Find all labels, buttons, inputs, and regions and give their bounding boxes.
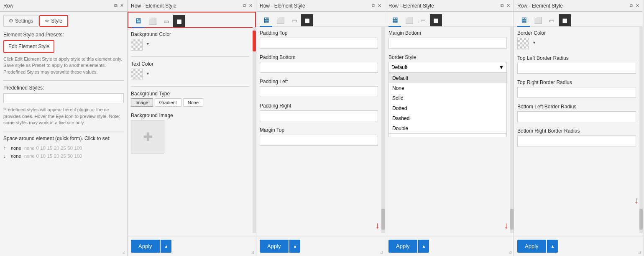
- panel4-apply-dropdown[interactable]: ▲: [418, 240, 429, 253]
- padding-top-input[interactable]: [260, 38, 378, 49]
- panel4-mobile-tab[interactable]: ◼: [430, 14, 442, 26]
- panel4-resize-icon[interactable]: ⧉: [501, 3, 504, 8]
- space-bottom-none[interactable]: none: [24, 154, 34, 159]
- space-bottom-50[interactable]: 50: [68, 154, 73, 159]
- text-color-swatch[interactable]: [131, 69, 143, 80]
- padding-right-input[interactable]: [260, 110, 378, 121]
- space-top-0[interactable]: 0: [36, 146, 38, 151]
- space-top-50[interactable]: 50: [68, 146, 73, 151]
- border-style-option-default[interactable]: Default: [389, 73, 506, 83]
- panel2-resize-icon[interactable]: ⧉: [243, 3, 246, 8]
- space-top-15[interactable]: 15: [47, 146, 52, 151]
- panel3-tablet-tab[interactable]: ▭: [289, 14, 299, 26]
- panel1-close-icon[interactable]: ✕: [120, 3, 124, 8]
- panel4-apply-btn[interactable]: Apply: [388, 240, 417, 253]
- space-bottom-15[interactable]: 15: [47, 154, 52, 159]
- resize-handle-1[interactable]: ⊿: [122, 250, 125, 254]
- panel5-tablet-lg-tab[interactable]: ⬜: [532, 14, 545, 26]
- panel5-scrollbar[interactable]: [639, 27, 643, 233]
- border-style-option-dashed[interactable]: Dashed: [389, 113, 506, 123]
- panel4-close-icon[interactable]: ✕: [506, 3, 510, 8]
- resize-handle-4[interactable]: ⊿: [509, 250, 512, 254]
- top-right-radius-input[interactable]: [517, 87, 636, 98]
- tablet-lg-tab[interactable]: ⬜: [146, 15, 159, 27]
- panel2-apply-btn[interactable]: Apply: [131, 240, 160, 253]
- panel3-apply-dropdown[interactable]: ▲: [289, 240, 301, 253]
- space-bottom-100[interactable]: 100: [74, 154, 82, 159]
- tablet-tab[interactable]: ▭: [161, 15, 171, 27]
- bg-type-gradient-btn[interactable]: Gradient: [155, 98, 181, 107]
- panel3-close-icon[interactable]: ✕: [378, 3, 381, 8]
- panel2-scrollbar-thumb[interactable]: [253, 31, 256, 51]
- margin-bottom-input[interactable]: [388, 38, 507, 49]
- desktop-tab[interactable]: 🖥: [132, 15, 144, 27]
- panel2-scrollbar[interactable]: [253, 27, 256, 233]
- border-color-swatch[interactable]: [517, 38, 529, 49]
- space-bottom-25[interactable]: 25: [61, 154, 66, 159]
- panel3-mobile-tab[interactable]: ◼: [301, 14, 313, 26]
- tab-settings[interactable]: ⚙ Settings: [3, 15, 38, 27]
- panel3-resize-icon[interactable]: ⧉: [372, 3, 375, 8]
- resize-handle-3[interactable]: ⊿: [380, 250, 383, 254]
- tablet-icon: ▭: [164, 18, 169, 25]
- border-style-option-none[interactable]: None: [389, 83, 506, 93]
- panel5-apply-dropdown[interactable]: ▲: [547, 240, 558, 253]
- space-top-none[interactable]: none: [24, 146, 34, 151]
- border-style-option-solid[interactable]: Solid: [389, 93, 506, 103]
- edit-element-style-btn[interactable]: Edit Element Style: [3, 40, 54, 53]
- space-bottom-10[interactable]: 10: [41, 154, 46, 159]
- panel5-resize-icon[interactable]: ⧉: [630, 3, 633, 8]
- panel5-tablet-tab[interactable]: ▭: [547, 14, 557, 26]
- arrow-up-icon: ↑: [3, 145, 9, 151]
- predefined-input[interactable]: [3, 93, 124, 103]
- space-top-10[interactable]: 10: [41, 146, 46, 151]
- space-bottom-20[interactable]: 20: [54, 154, 59, 159]
- space-top-20[interactable]: 20: [54, 146, 59, 151]
- panel4-scrollbar[interactable]: [510, 27, 514, 233]
- bg-type-none-btn[interactable]: None: [183, 98, 203, 107]
- panel2-content: Background Color Text Color Background T…: [128, 28, 256, 236]
- tab-style[interactable]: ✏ Style: [39, 15, 68, 27]
- bottom-right-radius-input[interactable]: [517, 136, 636, 146]
- space-top-25[interactable]: 25: [61, 146, 66, 151]
- resize-handle-2[interactable]: ⊿: [251, 250, 254, 254]
- panel3-scrollbar-thumb[interactable]: [381, 209, 385, 230]
- border-style-option-dotted[interactable]: Dotted: [389, 103, 506, 113]
- panel5-mobile-tab[interactable]: ◼: [559, 14, 571, 26]
- panel5-apply-btn[interactable]: Apply: [517, 240, 546, 253]
- top-left-radius-input[interactable]: [517, 63, 636, 74]
- space-top-100[interactable]: 100: [74, 146, 82, 151]
- panel4-scrollbar-thumb[interactable]: [510, 209, 514, 230]
- bg-type-image-btn[interactable]: Image: [131, 98, 153, 107]
- panel3-desktop-tab[interactable]: 🖥: [260, 14, 272, 26]
- panel4-tablet-lg-icon: ⬜: [405, 17, 414, 24]
- panel5-desktop-tab[interactable]: 🖥: [517, 14, 530, 26]
- panel4-desktop-tab[interactable]: 🖥: [388, 14, 401, 26]
- panel2-close-icon[interactable]: ✕: [249, 3, 253, 8]
- space-bottom-0[interactable]: 0: [36, 154, 38, 159]
- bg-type-label: Background Type: [131, 91, 249, 97]
- panel4-tablet-tab[interactable]: ▭: [418, 14, 428, 26]
- margin-top-input[interactable]: [260, 135, 378, 146]
- panel1-resize-icon[interactable]: ⧉: [114, 3, 118, 8]
- panel2-apply-dropdown[interactable]: ▲: [161, 240, 172, 253]
- panel4-tablet-icon: ▭: [420, 17, 426, 24]
- mobile-tab[interactable]: ◼: [173, 15, 185, 27]
- panel4-tablet-lg-tab[interactable]: ⬜: [403, 14, 416, 26]
- panel3-scrollbar[interactable]: [381, 27, 385, 233]
- panel3-tablet-icon: ▭: [291, 17, 297, 24]
- border-style-select[interactable]: Default ▼: [388, 62, 507, 73]
- bg-color-swatch[interactable]: [131, 39, 143, 51]
- padding-left-input[interactable]: [260, 86, 378, 97]
- panel1-tabs: ⚙ Settings ✏ Style: [3, 15, 124, 27]
- predefined-description: Predefined styles will appear here if pl…: [3, 107, 124, 126]
- panel5-scrollbar-thumb[interactable]: [639, 209, 643, 230]
- border-style-option-double[interactable]: Double: [389, 123, 506, 133]
- bottom-left-radius-input[interactable]: [517, 111, 636, 122]
- padding-bottom-input[interactable]: [260, 62, 378, 73]
- panel3-tablet-lg-tab[interactable]: ⬜: [274, 14, 287, 26]
- panel5-close-icon[interactable]: ✕: [636, 3, 639, 8]
- panel3-apply-btn[interactable]: Apply: [260, 240, 289, 253]
- resize-handle-5[interactable]: ⊿: [638, 250, 641, 254]
- bg-image-upload[interactable]: ✚: [131, 120, 164, 154]
